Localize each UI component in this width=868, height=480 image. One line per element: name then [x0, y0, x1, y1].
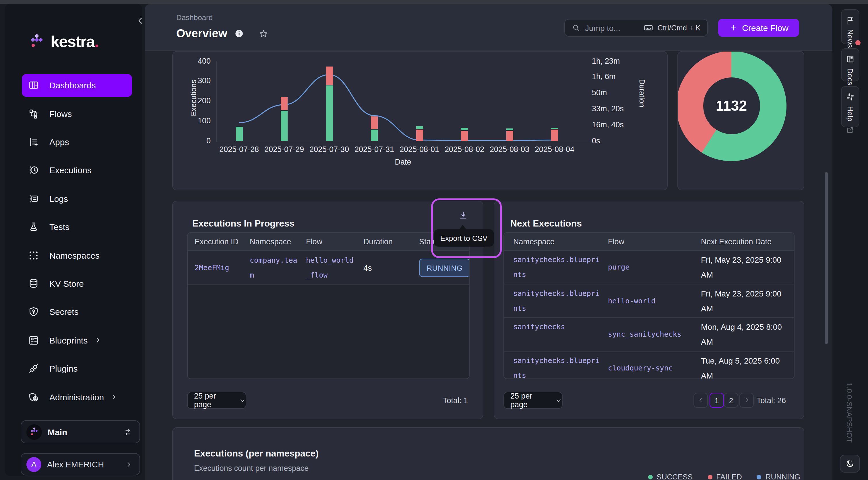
table-row[interactable]: sanitychecks.blueprintshello-worldFri, M…: [504, 284, 794, 318]
pagination-prev-button[interactable]: [693, 393, 708, 408]
star-icon[interactable]: [258, 28, 269, 39]
duration-tick: 1h, 6m: [592, 73, 616, 81]
rail-button-docs[interactable]: Docs: [841, 48, 859, 81]
version-label: 1.0.0-SNAPSHOT: [845, 382, 854, 443]
bar-segment-failed[interactable]: [416, 130, 423, 141]
pagination-page-2[interactable]: 2: [724, 393, 738, 408]
bar-segment-success[interactable]: [236, 127, 243, 141]
info-icon[interactable]: [234, 29, 244, 38]
bar-segment-success[interactable]: [281, 111, 288, 141]
window-top-strip: [0, 0, 868, 4]
bar-segment-failed[interactable]: [551, 130, 558, 141]
bar-segment-failed[interactable]: [281, 97, 288, 110]
next-date-cell: Fri, May 23, 2025 9:00 AM: [701, 286, 787, 316]
table-row[interactable]: 2MeeFMigcompany.teamhello_world_flow4sRU…: [188, 251, 469, 285]
sidebar-item-kv-store[interactable]: KV Store: [22, 272, 132, 295]
scrollbar-thumb[interactable]: [825, 172, 828, 344]
sidebar-item-secrets[interactable]: Secrets: [22, 301, 132, 323]
column-header-duration: Duration: [363, 233, 393, 251]
sidebar-item-label: Administration: [50, 392, 104, 402]
plug-icon: [28, 363, 39, 374]
pagination-page-1[interactable]: 1: [710, 393, 724, 408]
bar-segment-success[interactable]: [461, 128, 468, 130]
sidebar-item-plugins[interactable]: Plugins: [22, 357, 132, 380]
namespace-link[interactable]: company.team: [250, 253, 299, 283]
sidebar-item-tests[interactable]: Tests: [22, 215, 132, 238]
namespace-link[interactable]: sanitychecks: [513, 319, 600, 334]
sidebar-item-blueprints[interactable]: Blueprints: [22, 329, 132, 352]
shield-user-icon: [28, 391, 39, 402]
search-shortcut: Ctrl/Cmd + K: [657, 24, 701, 32]
namespace-link[interactable]: sanitychecks.blueprints: [513, 353, 600, 379]
sidebar-item-dashboards[interactable]: Dashboards: [22, 74, 132, 97]
create-flow-button[interactable]: Create Flow: [718, 19, 799, 37]
sidebar-item-namespaces[interactable]: Namespaces: [22, 244, 132, 267]
table-row[interactable]: sanitychecks.blueprintspurgeFri, May 23,…: [504, 251, 794, 284]
rail-button-label: Help: [846, 106, 855, 122]
sidebar-item-label: Tests: [50, 222, 69, 232]
bar-segment-success[interactable]: [551, 128, 558, 129]
next-date-cell: Tue, Aug 5, 2025 6:00 AM: [701, 353, 787, 379]
plus-icon: [729, 24, 737, 32]
bar-segment-failed[interactable]: [461, 131, 468, 141]
chart-legend: SUCCESSFAILEDRUNNING: [648, 473, 800, 480]
bar-segment-success[interactable]: [371, 130, 378, 141]
user-menu[interactable]: A Alex EMERICH: [21, 453, 140, 475]
user-avatar: A: [26, 457, 41, 472]
theme-toggle-button[interactable]: [840, 455, 860, 473]
pagination-next-button[interactable]: [739, 393, 754, 408]
bar-segment-success[interactable]: [416, 126, 423, 129]
x-tick: 2025-07-28: [213, 145, 265, 154]
namespace-link[interactable]: sanitychecks.blueprints: [513, 286, 600, 316]
external-link-icon: [846, 126, 854, 134]
tenant-switcher[interactable]: Main: [21, 420, 140, 443]
next-date-cell: Mon, Aug 4, 2025 8:00 AM: [701, 319, 787, 349]
grid-icon: [28, 80, 39, 91]
namespace-link[interactable]: sanitychecks.blueprints: [513, 252, 600, 282]
sidebar-collapse-icon[interactable]: [135, 15, 146, 26]
x-tick: 2025-07-31: [348, 145, 400, 154]
donut-chart[interactable]: 1132: [677, 51, 786, 161]
donut-hole: 1132: [703, 77, 760, 134]
sidebar-item-flows[interactable]: Flows: [22, 102, 132, 125]
bar-segment-success[interactable]: [326, 86, 333, 141]
sidebar-item-logs[interactable]: Logs: [22, 187, 132, 210]
sidebar-item-apps[interactable]: Apps: [22, 131, 132, 153]
rail-button-label: Docs: [846, 68, 855, 85]
status-badge[interactable]: RUNNING: [419, 259, 470, 277]
x-tick: 2025-07-30: [303, 145, 355, 154]
flow-link[interactable]: cloudquery-sync: [608, 361, 694, 375]
flow-link[interactable]: sync_sanitychecks: [608, 327, 694, 342]
eip-per-page-select[interactable]: 25 per page: [187, 392, 246, 409]
duration-tick: 33m, 20s: [592, 104, 624, 113]
flow-link[interactable]: hello_world_flow: [306, 253, 356, 283]
column-header-flow: Flow: [608, 233, 624, 251]
page-header: Dashboard Overview Jump to... Ctrl/Cmd +…: [145, 4, 832, 51]
bar-segment-failed[interactable]: [371, 117, 378, 129]
next-per-page-select[interactable]: 25 per page: [503, 392, 563, 409]
table-row[interactable]: sanitycheckssync_sanitychecksMon, Aug 4,…: [504, 318, 794, 351]
chevron-right-icon: [110, 393, 118, 401]
bar-segment-success[interactable]: [506, 129, 513, 130]
tenant-avatar: [26, 424, 42, 440]
legend-dot: [708, 475, 712, 479]
search-input[interactable]: Jump to... Ctrl/Cmd + K: [564, 19, 708, 37]
legend-item-failed[interactable]: FAILED: [708, 473, 742, 480]
legend-item-success[interactable]: SUCCESS: [648, 473, 693, 480]
book-icon: [846, 55, 855, 64]
table-row[interactable]: sanitychecks.blueprintscloudquery-syncTu…: [504, 351, 794, 379]
next-table-header: NamespaceFlowNext Execution Date: [504, 233, 794, 251]
rail-button-news[interactable]: News: [841, 9, 859, 44]
bar-segment-failed[interactable]: [506, 131, 513, 141]
flow-link[interactable]: hello-world: [608, 293, 694, 308]
execution-id-link[interactable]: 2MeeFMig: [195, 260, 246, 275]
sidebar-item-label: Dashboards: [50, 80, 96, 90]
sidebar-item-administration[interactable]: Administration: [22, 385, 132, 408]
rail-button-help[interactable]: Help: [841, 86, 859, 127]
y-tick: 200: [183, 97, 211, 105]
export-csv-button[interactable]: [458, 210, 468, 221]
bar-segment-failed[interactable]: [326, 67, 333, 85]
legend-item-running[interactable]: RUNNING: [757, 473, 800, 480]
flow-link[interactable]: purge: [608, 260, 694, 275]
sidebar-item-executions[interactable]: Executions: [22, 159, 132, 182]
